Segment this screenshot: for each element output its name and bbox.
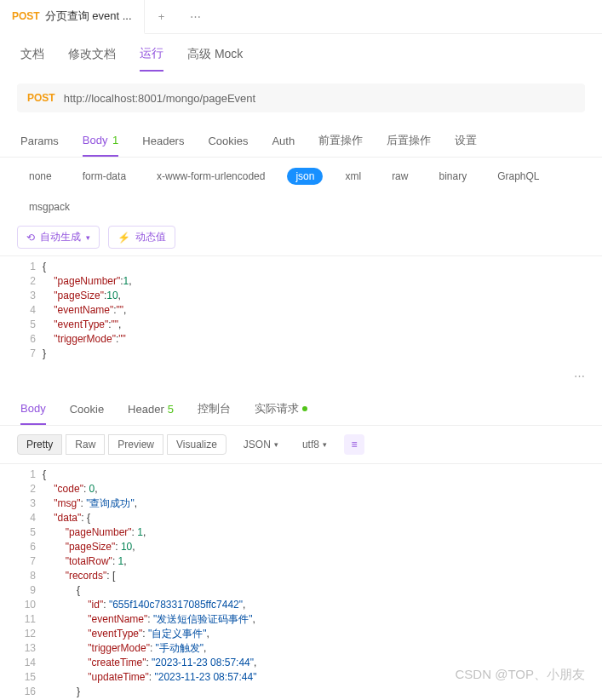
tab-auth[interactable]: Auth <box>272 126 295 156</box>
response-tabs: Body Cookie Header 5 控制台 实际请求 <box>0 393 602 426</box>
tab-run[interactable]: 运行 <box>140 46 163 72</box>
tab-post[interactable]: 后置操作 <box>387 124 431 157</box>
tab-headers[interactable]: Headers <box>142 126 184 156</box>
resp-tab-body[interactable]: Body <box>20 393 46 425</box>
fmt-encoding-select[interactable]: utf8▾ <box>295 435 334 454</box>
request-code: { "pageNumber":1, "pageSize":10, "eventN… <box>43 256 602 364</box>
fmt-pretty[interactable]: Pretty <box>17 434 62 455</box>
body-types: none form-data x-www-form-urlencoded jso… <box>0 158 602 226</box>
url-bar[interactable]: POST http://localhost:8001/mongo/pageEve… <box>17 83 585 112</box>
more-icon[interactable]: ⋯ <box>574 370 585 382</box>
bodytype-raw[interactable]: raw <box>383 168 416 185</box>
format-icon[interactable]: ≡ <box>344 434 364 455</box>
bodytype-form[interactable]: form-data <box>74 168 135 185</box>
resp-tab-cookie[interactable]: Cookie <box>70 394 104 424</box>
response-format-bar: Pretty Raw Preview Visualize JSON▾ utf8▾… <box>0 426 602 463</box>
bodytype-msgpack[interactable]: msgpack <box>20 198 78 215</box>
tab-edit-doc[interactable]: 修改文档 <box>68 47 116 71</box>
request-body-editor[interactable]: 1234567 { "pageNumber":1, "pageSize":10,… <box>0 255 602 364</box>
body-toolbar: ⟲ 自动生成 ▾ ⚡ 动态值 <box>0 226 602 255</box>
response-body-viewer[interactable]: 12345678910111213141516171819 { "code": … <box>0 463 602 700</box>
bodytype-xml[interactable]: xml <box>336 168 370 185</box>
tab-params[interactable]: Params <box>20 126 59 156</box>
resp-tab-actual[interactable]: 实际请求 <box>255 393 307 425</box>
auto-generate-button[interactable]: ⟲ 自动生成 ▾ <box>17 226 100 249</box>
tab-title: 分页查询 event ... <box>45 9 132 24</box>
chevron-down-icon: ▾ <box>274 440 278 449</box>
tab-bar: POST 分页查询 event ... + ⋯ <box>0 0 602 34</box>
tab-mock[interactable]: 高级 Mock <box>187 47 243 71</box>
resp-tab-header[interactable]: Header 5 <box>128 394 174 424</box>
tab-settings[interactable]: 设置 <box>455 124 477 157</box>
request-method: POST <box>27 92 55 104</box>
add-tab-button[interactable]: + <box>145 0 179 34</box>
fmt-raw[interactable]: Raw <box>66 434 105 455</box>
bodytype-binary[interactable]: binary <box>430 168 475 185</box>
bolt-icon: ⚡ <box>118 232 130 244</box>
sync-icon: ⟲ <box>26 232 35 244</box>
bodytype-none[interactable]: none <box>20 168 60 185</box>
tab-cookies[interactable]: Cookies <box>208 126 248 156</box>
tab-more-button[interactable]: ⋯ <box>179 0 213 34</box>
request-tabs: Params Body 1 Headers Cookies Auth 前置操作 … <box>0 124 602 158</box>
chevron-down-icon: ▾ <box>86 233 90 242</box>
request-gutter: 1234567 <box>0 256 43 364</box>
bodytype-urlenc[interactable]: x-www-form-urlencoded <box>148 168 273 185</box>
doc-tabs: 文档 修改文档 运行 高级 Mock <box>0 34 602 72</box>
status-dot-icon <box>302 406 307 411</box>
dynamic-value-button[interactable]: ⚡ 动态值 <box>108 226 175 249</box>
tab-body[interactable]: Body 1 <box>83 125 119 157</box>
fmt-visualize[interactable]: Visualize <box>167 434 226 455</box>
tab-doc[interactable]: 文档 <box>20 47 44 71</box>
request-url: http://localhost:8001/mongo/pageEvent <box>64 92 256 105</box>
tab-active[interactable]: POST 分页查询 event ... <box>0 0 145 34</box>
bodytype-graphql[interactable]: GraphQL <box>489 168 548 185</box>
response-separator: ⋯ <box>0 364 602 387</box>
chevron-down-icon: ▾ <box>323 440 327 449</box>
method-badge: POST <box>12 10 40 22</box>
resp-tab-console[interactable]: 控制台 <box>198 393 231 425</box>
bodytype-json[interactable]: json <box>287 168 323 185</box>
fmt-preview[interactable]: Preview <box>108 434 163 455</box>
fmt-json-select[interactable]: JSON▾ <box>237 435 285 454</box>
response-code: { "code": 0, "msg": "查询成功", "data": { "p… <box>43 464 602 700</box>
response-gutter: 12345678910111213141516171819 <box>0 464 43 700</box>
tab-pre[interactable]: 前置操作 <box>318 124 363 157</box>
